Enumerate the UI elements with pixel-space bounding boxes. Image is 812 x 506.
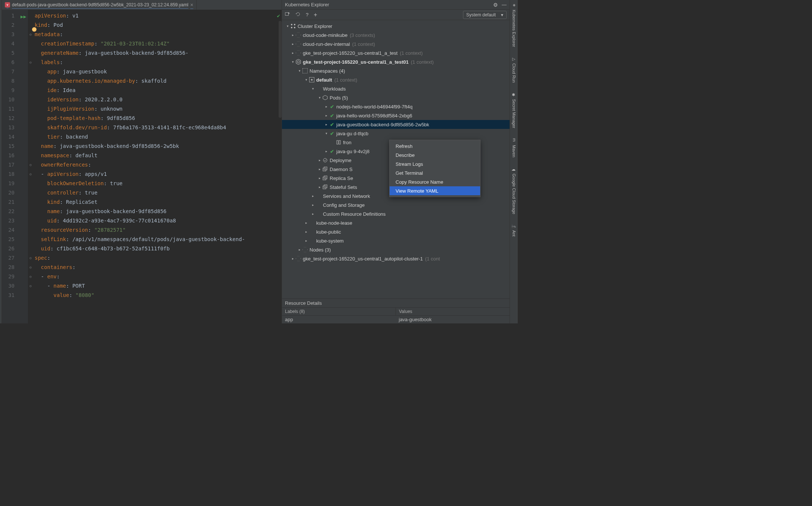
expand-arrow[interactable]: ▸ — [324, 105, 329, 108]
expand-arrow[interactable]: ▸ — [310, 194, 315, 198]
expand-arrow[interactable]: ▸ — [317, 185, 322, 189]
expand-arrow[interactable]: ▸ — [290, 257, 295, 260]
fold-toggle[interactable] — [28, 76, 33, 86]
tree-row[interactable]: ▸ ✔ java-hello-world-57598df584-2xbg6 — [282, 111, 510, 120]
code-line[interactable]: app.kubernetes.io/managed-by: skaffold — [35, 76, 282, 86]
minimize-icon[interactable]: — — [502, 2, 507, 7]
code-line[interactable]: ideVersion: 2020.2.2.0.0 — [35, 95, 282, 104]
expand-arrow[interactable]: ▾ — [285, 24, 290, 28]
fold-toggle[interactable] — [28, 104, 33, 114]
fold-toggle[interactable]: ⊖ — [28, 160, 33, 170]
tool-window-tab[interactable]: 🐜Ant — [511, 222, 517, 238]
code-line[interactable]: namespace: default — [35, 151, 282, 160]
context-menu-item[interactable]: Get Terminal — [390, 168, 480, 177]
fold-toggle[interactable] — [28, 86, 33, 95]
code-line[interactable]: tier: backend — [35, 132, 282, 142]
fold-toggle[interactable] — [28, 151, 33, 160]
close-icon[interactable]: × — [190, 2, 193, 8]
code-line[interactable]: ownerReferences: — [35, 160, 282, 170]
fold-toggle[interactable] — [28, 39, 33, 48]
code-line[interactable]: resourceVersion: "28782571" — [35, 225, 282, 235]
inspection-ok-icon[interactable]: ✔ — [277, 11, 280, 20]
tree-row[interactable]: ▸ cloud-code-minikube (3 contexts) — [282, 31, 510, 39]
code-line[interactable]: - name: PORT — [35, 281, 282, 291]
fold-toggle[interactable] — [28, 216, 33, 225]
expand-arrow[interactable]: ▾ — [324, 132, 329, 135]
expand-arrow[interactable]: ▾ — [297, 69, 302, 73]
fold-toggle[interactable]: ⊖ — [28, 30, 33, 39]
tree-row[interactable]: ▸ Custom Resource Definitions — [282, 209, 510, 218]
code-line[interactable]: creationTimestamp: "2021-03-23T01:02:14Z… — [35, 39, 282, 48]
expand-arrow[interactable]: ▸ — [310, 212, 315, 216]
code-line[interactable]: selfLink: /api/v1/namespaces/default/pod… — [35, 235, 282, 244]
tree-row[interactable]: ▸ cloud-run-dev-internal (1 context) — [282, 39, 510, 48]
code-line[interactable]: uid: 4dd192c2-a93e-4ac7-939c-77c0141670a… — [35, 216, 282, 225]
tool-window-tab[interactable]: ☁Google Cloud Storage — [511, 165, 517, 216]
tree-row[interactable]: ▸ kube-public — [282, 227, 510, 236]
expand-arrow[interactable]: ▸ — [297, 248, 302, 252]
tree-row[interactable]: ▾ ✔ java-gu d-tfqcb — [282, 129, 510, 138]
add-cluster-icon[interactable] — [285, 12, 290, 18]
fold-toggle[interactable]: ⊖ — [28, 281, 33, 291]
namespace-select[interactable]: System default ▾ — [463, 11, 507, 19]
tree-row[interactable]: ▾ Workloads — [282, 84, 510, 93]
gear-icon[interactable]: ⚙ — [493, 2, 498, 8]
context-menu-item[interactable]: View Remote YAML — [390, 186, 480, 195]
fold-toggle[interactable] — [28, 67, 33, 76]
expand-arrow[interactable]: ▸ — [310, 203, 315, 207]
code-line[interactable]: kind: ReplicaSet — [35, 197, 282, 207]
expand-arrow[interactable]: ▾ — [310, 87, 315, 91]
fold-toggle[interactable] — [28, 95, 33, 104]
tree-row[interactable]: ▸ gke_test-project-165220_us-central1_au… — [282, 254, 510, 263]
fold-toggle[interactable] — [28, 132, 33, 142]
code-line[interactable]: labels: — [35, 58, 282, 67]
fold-toggle[interactable] — [28, 123, 33, 132]
context-menu-item[interactable]: Refresh — [390, 142, 480, 151]
tool-window-tab[interactable]: ▷Cloud Run — [511, 55, 517, 84]
code-line[interactable]: uid: cf1bc654-c648-4b73-b672-52af5111f0f… — [35, 244, 282, 253]
code-line[interactable]: generateName: java-guestbook-backend-9df… — [35, 48, 282, 58]
fold-toggle[interactable] — [28, 235, 33, 244]
fold-toggle[interactable] — [28, 179, 33, 188]
refresh-icon[interactable] — [295, 12, 301, 18]
expand-arrow[interactable]: ▾ — [304, 78, 309, 82]
expand-arrow[interactable]: ▸ — [290, 42, 295, 46]
expand-arrow[interactable]: ▸ — [317, 176, 322, 180]
context-menu-item[interactable]: Stream Logs — [390, 159, 480, 168]
code-line[interactable]: name: java-guestbook-backend-9df85d856-2… — [35, 142, 282, 151]
tree-row[interactable]: ▸ Config and Storage — [282, 200, 510, 209]
code-line[interactable]: apiVersion: v1 — [35, 11, 282, 20]
fold-toggle[interactable]: ⊖ — [28, 253, 33, 263]
code-line[interactable]: value: "8080" — [35, 291, 282, 300]
expand-arrow[interactable]: ▾ — [290, 60, 295, 64]
expand-arrow[interactable]: ▾ — [317, 96, 322, 99]
fold-toggle[interactable]: ⊖ — [28, 272, 33, 281]
fold-toggle[interactable] — [28, 197, 33, 207]
tree-row[interactable]: ▾ Pods (5) — [282, 93, 510, 102]
fold-toggle[interactable] — [28, 114, 33, 123]
help-icon[interactable]: ? — [306, 12, 308, 18]
fold-toggle[interactable]: ⊖ — [28, 58, 33, 67]
fold-toggle[interactable] — [28, 11, 33, 20]
expand-arrow[interactable]: ▸ — [324, 149, 329, 153]
fold-toggle[interactable] — [28, 142, 33, 151]
tool-window-tab[interactable]: mMaven — [511, 137, 517, 159]
tool-window-tab[interactable]: ⎈Kubernetes Explorer — [511, 1, 517, 48]
expand-arrow[interactable]: ▸ — [317, 158, 322, 162]
code-line[interactable]: pod-template-hash: 9df85d856 — [35, 114, 282, 123]
tree-row[interactable]: ▸ kube-node-lease — [282, 218, 510, 227]
tree-row[interactable]: ▸ Nodes (3) — [282, 245, 510, 254]
tree-row[interactable]: ▸ gke_test-project-165220_us-central1_a_… — [282, 48, 510, 57]
code-line[interactable]: kind: Pod — [35, 20, 282, 30]
expand-arrow[interactable]: ▸ — [304, 221, 309, 225]
tree-row[interactable]: ▾ Cluster Explorer — [282, 22, 510, 31]
expand-arrow[interactable]: ▸ — [304, 230, 309, 234]
fold-toggle[interactable]: ⊖ — [28, 263, 33, 272]
code-line[interactable]: metadata: — [35, 30, 282, 39]
expand-arrow[interactable]: ▸ — [324, 114, 329, 117]
code-line[interactable]: - env: — [35, 272, 282, 281]
fold-toggle[interactable] — [28, 207, 33, 216]
code-line[interactable]: - apiVersion: apps/v1 — [35, 170, 282, 179]
fold-toggle[interactable] — [28, 244, 33, 253]
tree-row[interactable]: ▾ gke_test-project-165220_us-central1_a_… — [282, 57, 510, 66]
